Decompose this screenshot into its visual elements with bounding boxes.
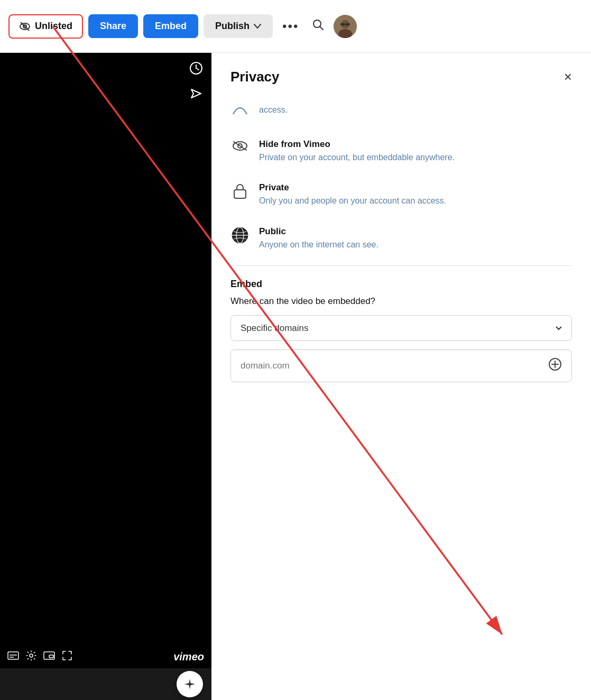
- embed-button[interactable]: Embed: [143, 14, 198, 38]
- svg-point-18: [30, 654, 33, 657]
- public-option[interactable]: Public Anyone on the internet can see.: [230, 217, 572, 260]
- fullscreen-icon[interactable]: [61, 650, 73, 664]
- embed-label: Embed: [155, 21, 187, 31]
- private-desc: Only you and people on your account can …: [259, 195, 446, 207]
- hide-from-vimeo-desc: Private on your account, but embeddable …: [259, 152, 455, 163]
- partial-desc: access.: [259, 103, 288, 115]
- plus-circle-icon: [548, 357, 562, 371]
- send-icon[interactable]: [189, 87, 203, 104]
- search-icon: [312, 19, 324, 31]
- unlisted-label: Unlisted: [35, 21, 72, 32]
- pip-icon[interactable]: [43, 650, 55, 664]
- share-button[interactable]: Share: [88, 14, 138, 38]
- public-desc: Anyone on the internet can see.: [259, 239, 378, 251]
- search-button[interactable]: [308, 15, 328, 38]
- chevron-down-icon: [254, 24, 261, 29]
- sparkle-icon: [183, 678, 196, 690]
- video-overlay-icons: [189, 61, 203, 104]
- sparkle-button[interactable]: [177, 671, 203, 697]
- unlisted-icon: [19, 21, 31, 32]
- video-bottom-bar: [0, 668, 211, 700]
- main-content: vimeo Privacy × access.: [0, 53, 591, 700]
- video-panel: vimeo: [0, 53, 211, 700]
- svg-rect-24: [234, 190, 246, 198]
- close-button[interactable]: ×: [564, 69, 572, 85]
- close-icon: ×: [564, 69, 572, 85]
- avatar-image: [334, 15, 357, 38]
- publish-label: Publish: [215, 21, 250, 32]
- subtitles-icon[interactable]: [7, 650, 19, 664]
- vimeo-logo: vimeo: [173, 651, 204, 663]
- svg-rect-20: [49, 655, 53, 658]
- section-divider: [230, 265, 572, 266]
- privacy-panel: Privacy × access.: [211, 53, 591, 700]
- svg-marker-14: [191, 89, 201, 98]
- svg-rect-15: [8, 652, 19, 659]
- privacy-title: Privacy: [230, 69, 280, 85]
- add-domain-button[interactable]: [539, 350, 571, 382]
- embed-section: Embed Where can the video be embedded? S…: [230, 279, 572, 382]
- more-label: •••: [282, 19, 299, 33]
- clock-icon[interactable]: [189, 61, 203, 79]
- avatar[interactable]: [334, 15, 357, 38]
- lock-icon: [230, 182, 250, 203]
- public-text: Public Anyone on the internet can see.: [259, 226, 378, 251]
- svg-rect-9: [346, 23, 350, 25]
- toolbar: Unlisted Share Embed Publish •••: [0, 0, 591, 53]
- publish-button[interactable]: Publish: [204, 14, 273, 38]
- private-option[interactable]: Private Only you and people on your acco…: [230, 173, 572, 216]
- hide-from-vimeo-option[interactable]: Hide from Vimeo Private on your account,…: [230, 130, 572, 173]
- embed-question: Where can the video be embedded?: [230, 296, 572, 307]
- svg-line-4: [320, 26, 324, 30]
- video-controls: vimeo: [0, 646, 211, 668]
- svg-rect-8: [340, 23, 345, 25]
- private-text: Private Only you and people on your acco…: [259, 182, 446, 207]
- hide-from-vimeo-text: Hide from Vimeo Private on your account,…: [259, 139, 455, 163]
- partial-privacy-option: access.: [230, 98, 572, 130]
- partial-icon: [230, 103, 250, 120]
- domain-input-container: [230, 349, 572, 382]
- svg-line-13: [196, 68, 199, 70]
- hide-eye-icon: [230, 139, 250, 156]
- more-button[interactable]: •••: [278, 15, 303, 38]
- embed-domains-select[interactable]: Specific domains Anywhere Nowhere: [230, 315, 572, 341]
- domain-input[interactable]: [231, 352, 539, 380]
- public-title: Public: [259, 226, 378, 237]
- hide-from-vimeo-title: Hide from Vimeo: [259, 139, 455, 150]
- globe-icon: [230, 226, 250, 248]
- embed-section-title: Embed: [230, 279, 572, 290]
- share-label: Share: [100, 21, 126, 31]
- settings-icon[interactable]: [25, 650, 37, 664]
- unlisted-button[interactable]: Unlisted: [8, 14, 83, 39]
- privacy-header: Privacy ×: [230, 69, 572, 85]
- video-player: [0, 53, 211, 668]
- private-title: Private: [259, 182, 446, 193]
